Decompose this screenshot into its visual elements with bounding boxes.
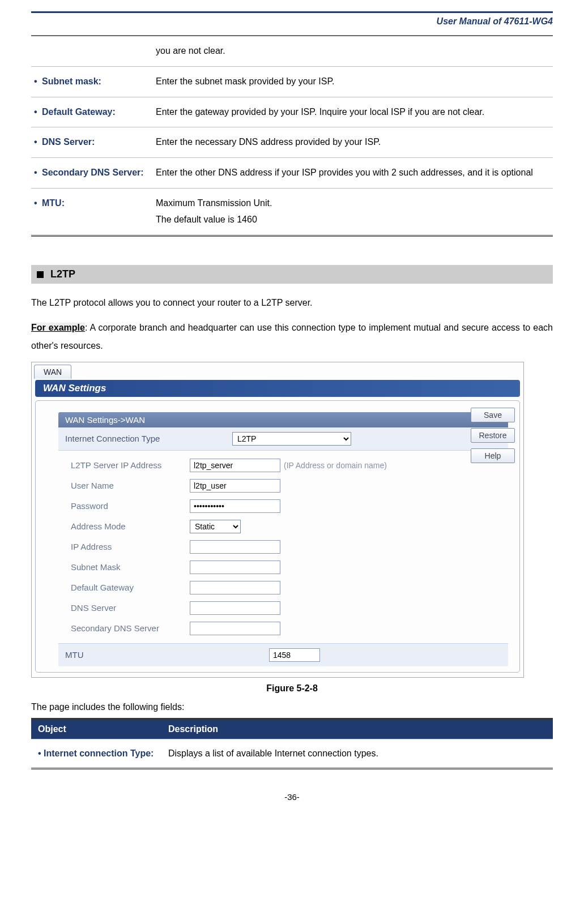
wan-settings-title: WAN Settings [35,380,520,397]
param-label: •DNS Server: [31,127,150,158]
description-header: Description [161,718,553,739]
param-desc: Enter the necessary DNS address provided… [150,127,553,158]
table-row: • Internet connection Type: Displays a l… [31,739,553,768]
param-label: •Default Gateway: [31,97,150,127]
fields-intro: The page includes the following fields: [31,702,553,712]
restore-button[interactable]: Restore [471,428,515,443]
subnet-mask-row: Subnet Mask [71,557,508,578]
param-desc: Maximum Transmission Unit. The default v… [150,188,553,236]
connection-type-select[interactable]: L2TP [232,432,351,446]
table-row: •Secondary DNS Server: Enter the other D… [31,158,553,189]
param-desc: Enter the subnet mask provided by your I… [150,66,553,97]
param-label: •Secondary DNS Server: [31,158,150,189]
secondary-dns-label: Secondary DNS Server [71,623,190,633]
secondary-dns-row: Secondary DNS Server [71,618,508,639]
default-gateway-row: Default Gateway [71,578,508,598]
dns-server-label: DNS Server [71,603,190,613]
side-buttons: Save Restore Help [471,408,515,463]
object-description-table: Object Description • Internet connection… [31,718,553,769]
mtu-input[interactable] [269,648,320,662]
password-label: Password [71,501,190,511]
server-ip-hint: (IP Address or domain name) [284,461,387,470]
wan-inner-panel: WAN Settings->WAN Internet Connection Ty… [58,412,508,666]
page-number: -36- [31,792,553,802]
mtu-row: MTU [58,643,508,666]
dns-server-input[interactable] [190,601,280,615]
tab-wan[interactable]: WAN [34,365,71,379]
object-header: Object [31,718,161,739]
subnet-mask-input[interactable] [190,561,280,574]
default-gateway-input[interactable] [190,581,280,594]
parameters-table: you are not clear. •Subnet mask: Enter t… [31,35,553,237]
subnet-mask-label: Subnet Mask [71,562,190,572]
for-example-label: For example [31,323,85,332]
wan-settings-screenshot: WAN WAN Settings Save Restore Help WAN S… [31,362,524,678]
table-row: you are not clear. [31,36,553,66]
figure-caption: Figure 5-2-8 [31,683,553,694]
password-input[interactable] [190,499,280,513]
intro-text-1: The L2TP protocol allows you to connect … [31,294,553,312]
username-input[interactable] [190,479,280,493]
table-header-row: Object Description [31,718,553,739]
secondary-dns-input[interactable] [190,622,280,635]
table-row: •Default Gateway: Enter the gateway prov… [31,97,553,127]
help-button[interactable]: Help [471,448,515,463]
server-ip-input[interactable] [190,459,280,472]
server-ip-row: L2TP Server IP Address (IP Address or do… [71,455,508,476]
connection-type-label: Internet Connection Type [65,434,232,443]
username-row: User Name [71,476,508,496]
header-title: User Manual of 47611-WG4 [31,16,553,27]
wan-sub-header: WAN Settings->WAN [58,412,508,427]
param-label: •Subnet mask: [31,66,150,97]
object-label: • Internet connection Type: [31,739,161,768]
tab-bar: WAN [32,362,523,379]
table-row: •Subnet mask: Enter the subnet mask prov… [31,66,553,97]
connection-type-row: Internet Connection Type L2TP [58,427,508,451]
mtu-label: MTU [65,650,269,660]
section-heading: L2TP [31,265,553,284]
param-label: •MTU: [31,188,150,236]
ip-address-row: IP Address [71,537,508,557]
header-divider [31,11,553,13]
table-row: •MTU: Maximum Transmission Unit. The def… [31,188,553,236]
wan-settings-frame: Save Restore Help WAN Settings->WAN Inte… [35,400,520,673]
param-label [31,36,150,66]
address-mode-label: Address Mode [71,521,190,531]
param-desc: you are not clear. [150,36,553,66]
table-row: •DNS Server: Enter the necessary DNS add… [31,127,553,158]
address-mode-select[interactable]: Static [190,520,241,533]
password-row: Password [71,496,508,516]
param-desc: Enter the gateway provided by your ISP. … [150,97,553,127]
square-bullet-icon [37,271,44,278]
object-desc: Displays a list of available Internet co… [161,739,553,768]
intro-text-2: For example: A corporate branch and head… [31,319,553,355]
username-label: User Name [71,481,190,490]
default-gateway-label: Default Gateway [71,583,190,592]
server-ip-label: L2TP Server IP Address [71,460,190,470]
save-button[interactable]: Save [471,408,515,422]
param-desc: Enter the other DNS address if your ISP … [150,158,553,189]
field-block: L2TP Server IP Address (IP Address or do… [58,451,508,643]
ip-address-label: IP Address [71,542,190,551]
ip-address-input[interactable] [190,540,280,554]
address-mode-row: Address Mode Static [71,516,508,537]
dns-server-row: DNS Server [71,598,508,618]
